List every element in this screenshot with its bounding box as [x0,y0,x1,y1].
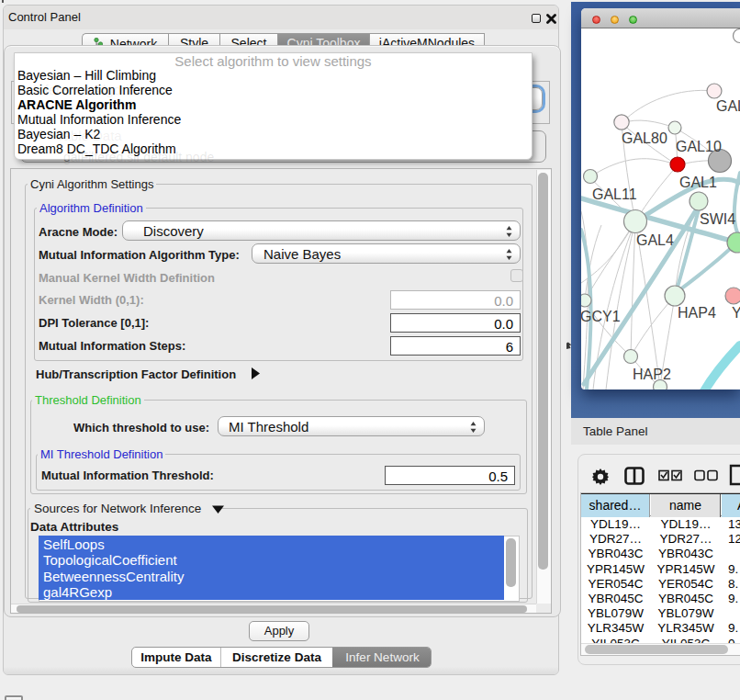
svg-text:SWI4: SWI4 [700,211,735,227]
svg-text:GCY1: GCY1 [581,309,621,324]
svg-text:GAL80: GAL80 [622,130,667,146]
svg-text:GAL1: GAL1 [679,175,717,190]
svg-text:GAL4: GAL4 [636,232,674,248]
svg-text:GAL10: GAL10 [676,139,722,154]
svg-text:GAL11: GAL11 [592,186,637,202]
svg-text:HAP4: HAP4 [678,305,716,321]
svg-text:HAP2: HAP2 [633,367,671,382]
svg-text:Y: Y [732,305,740,321]
svg-text:GALS: GALS [716,98,740,114]
